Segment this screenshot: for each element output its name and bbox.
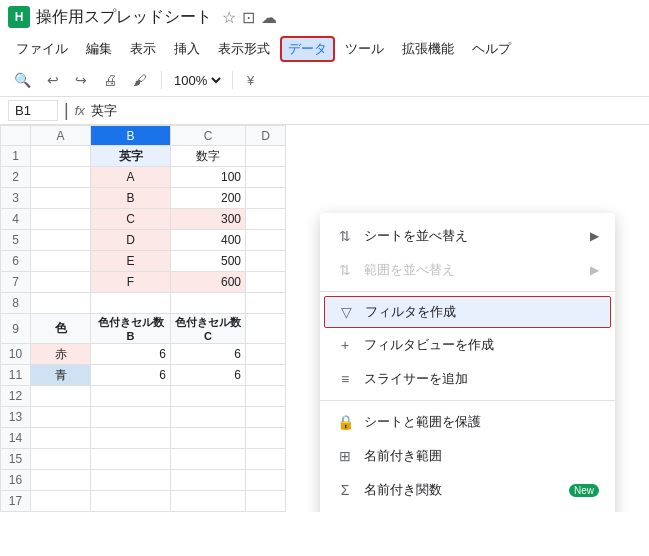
col-header-d[interactable]: D [246,126,286,146]
search-button[interactable]: 🔍 [8,68,37,92]
named-func-item[interactable]: Σ 名前付き関数 New [320,473,615,507]
randomize-item[interactable]: 🎲 範囲をランダム化 [320,507,615,512]
col-header-a[interactable]: A [31,126,91,146]
cell-c4[interactable]: 300 [171,209,246,230]
menu-help[interactable]: ヘルプ [464,36,519,62]
cell-d3[interactable] [246,188,286,209]
cell-a11[interactable]: 青 [31,365,91,386]
cell-d1[interactable] [246,146,286,167]
spreadsheet-container: A B C D 1 英字 数字 2 A [0,125,649,512]
arrow-icon2: ▶ [590,263,599,277]
cell-a6[interactable] [31,251,91,272]
cell-a9[interactable]: 色 [31,314,91,344]
cell-a3[interactable] [31,188,91,209]
cell-d5[interactable] [246,230,286,251]
slicer-item[interactable]: ≡ スライサーを追加 [320,362,615,396]
cell-a2[interactable] [31,167,91,188]
cell-b2[interactable]: A [91,167,171,188]
separator2 [320,400,615,401]
row-num: 1 [1,146,31,167]
menu-tools[interactable]: ツール [337,36,392,62]
cell-c5[interactable]: 400 [171,230,246,251]
cell-b5[interactable]: D [91,230,171,251]
cell-b11[interactable]: 6 [91,365,171,386]
filter-icon: ▽ [337,304,355,320]
cell-a1[interactable] [31,146,91,167]
menu-file[interactable]: ファイル [8,36,76,62]
toolbar-separator [161,71,162,89]
cell-d8[interactable] [246,293,286,314]
cell-d11[interactable] [246,365,286,386]
menu-view[interactable]: 表示 [122,36,164,62]
slicer-label: スライサーを追加 [364,370,599,388]
cell-c7[interactable]: 600 [171,272,246,293]
data-menu-dropdown: ⇅ シートを並べ替え ▶ ⇅ 範囲を並べ替え ▶ ▽ フィルタを作成 + フィル… [320,213,615,512]
filter-view-item[interactable]: + フィルタビューを作成 [320,328,615,362]
menu-extensions[interactable]: 拡張機能 [394,36,462,62]
sort-range-item[interactable]: ⇅ 範囲を並べ替え ▶ [320,253,615,287]
cell-d9[interactable] [246,314,286,344]
cell-b6[interactable]: E [91,251,171,272]
col-header-b[interactable]: B [91,126,171,146]
menu-data[interactable]: データ [280,36,335,62]
cell-a4[interactable] [31,209,91,230]
named-range-item[interactable]: ⊞ 名前付き範囲 [320,439,615,473]
cloud-icon[interactable]: ☁ [261,8,277,27]
create-filter-item[interactable]: ▽ フィルタを作成 [324,296,611,328]
cell-c8[interactable] [171,293,246,314]
cell-d6[interactable] [246,251,286,272]
protect-label: シートと範囲を保護 [364,413,599,431]
sort-sheets-item[interactable]: ⇅ シートを並べ替え ▶ [320,219,615,253]
cell-d10[interactable] [246,344,286,365]
named-range-icon: ⊞ [336,448,354,464]
cell-d4[interactable] [246,209,286,230]
undo-button[interactable]: ↩ [41,68,65,92]
cell-c2[interactable]: 100 [171,167,246,188]
cell-a5[interactable] [31,230,91,251]
grid-table: A B C D 1 英字 数字 2 A [0,125,286,512]
zoom-select[interactable]: 100% [170,72,224,89]
row-num: 2 [1,167,31,188]
cell-d2[interactable] [246,167,286,188]
print-button[interactable]: 🖨 [97,68,123,92]
table-row: 13 [1,407,286,428]
cell-a10[interactable]: 赤 [31,344,91,365]
move-icon[interactable]: ⊡ [242,8,255,27]
cell-c6[interactable]: 500 [171,251,246,272]
formula-separator: | [64,100,69,121]
menu-insert[interactable]: 挿入 [166,36,208,62]
col-header-c[interactable]: C [171,126,246,146]
table-row: 6 E 500 [1,251,286,272]
sort-range-icon: ⇅ [336,262,354,278]
cell-c3[interactable]: 200 [171,188,246,209]
cell-b4[interactable]: C [91,209,171,230]
cell-reference[interactable]: B1 [8,100,58,121]
sigma-icon: Σ [336,482,354,498]
cell-a8[interactable] [31,293,91,314]
menu-edit[interactable]: 編集 [78,36,120,62]
protect-item[interactable]: 🔒 シートと範囲を保護 [320,405,615,439]
cell-b1[interactable]: 英字 [91,146,171,167]
cell-c10[interactable]: 6 [171,344,246,365]
cell-b7[interactable]: F [91,272,171,293]
redo-button[interactable]: ↪ [69,68,93,92]
cell-d7[interactable] [246,272,286,293]
create-filter-label: フィルタを作成 [365,303,598,321]
table-row: 4 C 300 [1,209,286,230]
cell-b10[interactable]: 6 [91,344,171,365]
cell-a7[interactable] [31,272,91,293]
document-title[interactable]: 操作用スプレッドシート [36,7,212,28]
star-icon[interactable]: ☆ [222,8,236,27]
cell-c11[interactable]: 6 [171,365,246,386]
cell-b8[interactable] [91,293,171,314]
row-num: 14 [1,428,31,449]
cell-c9[interactable]: 色付きセル数 C [171,314,246,344]
menu-format[interactable]: 表示形式 [210,36,278,62]
formula-content[interactable]: 英字 [91,102,641,120]
new-badge: New [569,484,599,497]
cell-b9[interactable]: 色付きセル数 B [91,314,171,344]
paint-format-button[interactable]: 🖌 [127,68,153,92]
cell-b3[interactable]: B [91,188,171,209]
cell-c1[interactable]: 数字 [171,146,246,167]
toolbar-separator2 [232,71,233,89]
